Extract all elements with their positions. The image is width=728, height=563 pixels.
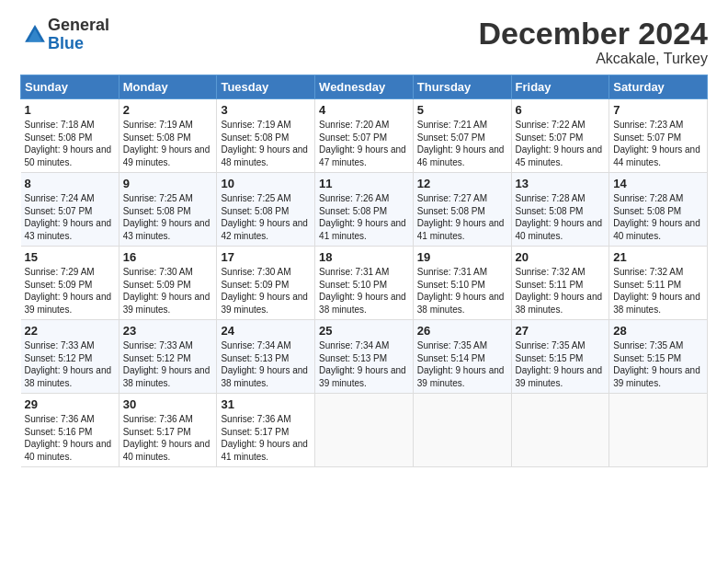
cell-content: Sunrise: 7:24 AMSunset: 5:07 PMDaylight:… (25, 192, 115, 242)
title-block: December 2024 Akcakale, Turkey (478, 17, 708, 67)
logo: General Blue (20, 17, 109, 53)
cell-content: Sunrise: 7:36 AMSunset: 5:17 PMDaylight:… (123, 413, 213, 463)
day-number: 30 (123, 397, 213, 411)
calendar-day-cell: 27Sunrise: 7:35 AMSunset: 5:15 PMDayligh… (511, 320, 609, 394)
day-number: 24 (221, 324, 311, 338)
calendar-day-cell: 10Sunrise: 7:25 AMSunset: 5:08 PMDayligh… (217, 173, 315, 247)
calendar-day-cell: 16Sunrise: 7:30 AMSunset: 5:09 PMDayligh… (119, 247, 217, 320)
calendar-day-cell: 1Sunrise: 7:18 AMSunset: 5:08 PMDaylight… (21, 99, 119, 173)
header-day: Thursday (413, 75, 511, 99)
day-number: 7 (613, 103, 703, 117)
day-number: 6 (516, 103, 606, 117)
page: General Blue December 2024 Akcakale, Tur… (0, 0, 728, 477)
cell-content: Sunrise: 7:27 AMSunset: 5:08 PMDaylight:… (417, 192, 507, 242)
calendar-empty-cell (315, 394, 414, 467)
logo-blue: Blue (48, 34, 84, 52)
calendar-day-cell: 8Sunrise: 7:24 AMSunset: 5:07 PMDaylight… (21, 173, 119, 247)
calendar-day-cell: 20Sunrise: 7:32 AMSunset: 5:11 PMDayligh… (511, 247, 609, 320)
cell-content: Sunrise: 7:21 AMSunset: 5:07 PMDaylight:… (417, 119, 507, 168)
cell-content: Sunrise: 7:20 AMSunset: 5:07 PMDaylight:… (319, 119, 409, 168)
calendar-day-cell: 21Sunrise: 7:32 AMSunset: 5:11 PMDayligh… (609, 247, 708, 320)
calendar-day-cell: 14Sunrise: 7:28 AMSunset: 5:08 PMDayligh… (609, 173, 708, 247)
cell-content: Sunrise: 7:35 AMSunset: 5:15 PMDaylight:… (516, 339, 606, 389)
calendar-day-cell: 7Sunrise: 7:23 AMSunset: 5:07 PMDaylight… (609, 99, 708, 173)
cell-content: Sunrise: 7:33 AMSunset: 5:12 PMDaylight:… (123, 339, 213, 389)
calendar-day-cell: 5Sunrise: 7:21 AMSunset: 5:07 PMDaylight… (413, 99, 511, 173)
calendar-day-cell: 18Sunrise: 7:31 AMSunset: 5:10 PMDayligh… (315, 247, 414, 320)
day-number: 26 (417, 324, 507, 338)
day-number: 15 (25, 250, 115, 264)
day-number: 27 (516, 324, 606, 338)
day-number: 2 (123, 103, 213, 117)
header-day: Sunday (21, 75, 119, 99)
cell-content: Sunrise: 7:25 AMSunset: 5:08 PMDaylight:… (123, 192, 213, 242)
header-day: Monday (119, 75, 217, 99)
day-number: 31 (221, 397, 311, 411)
cell-content: Sunrise: 7:31 AMSunset: 5:10 PMDaylight:… (417, 266, 507, 316)
cell-content: Sunrise: 7:31 AMSunset: 5:10 PMDaylight:… (319, 266, 409, 316)
day-number: 4 (319, 103, 409, 117)
calendar-day-cell: 19Sunrise: 7:31 AMSunset: 5:10 PMDayligh… (413, 247, 511, 320)
calendar-week-row: 29Sunrise: 7:36 AMSunset: 5:16 PMDayligh… (21, 394, 708, 467)
cell-content: Sunrise: 7:36 AMSunset: 5:16 PMDaylight:… (25, 413, 115, 463)
calendar-day-cell: 3Sunrise: 7:19 AMSunset: 5:08 PMDaylight… (217, 99, 315, 173)
calendar-day-cell: 17Sunrise: 7:30 AMSunset: 5:09 PMDayligh… (217, 247, 315, 320)
calendar-day-cell: 15Sunrise: 7:29 AMSunset: 5:09 PMDayligh… (21, 247, 119, 320)
header-day: Saturday (609, 75, 708, 99)
header-day: Friday (511, 75, 609, 99)
cell-content: Sunrise: 7:18 AMSunset: 5:08 PMDaylight:… (25, 119, 115, 168)
cell-content: Sunrise: 7:28 AMSunset: 5:08 PMDaylight:… (516, 192, 606, 242)
cell-content: Sunrise: 7:35 AMSunset: 5:15 PMDaylight:… (613, 339, 703, 389)
day-number: 14 (613, 177, 703, 190)
logo-text: General Blue (48, 17, 109, 53)
day-number: 5 (417, 103, 507, 117)
day-number: 28 (613, 324, 703, 338)
cell-content: Sunrise: 7:36 AMSunset: 5:17 PMDaylight:… (221, 413, 311, 463)
day-number: 21 (613, 250, 703, 264)
cell-content: Sunrise: 7:22 AMSunset: 5:07 PMDaylight:… (516, 119, 606, 168)
calendar-day-cell: 4Sunrise: 7:20 AMSunset: 5:07 PMDaylight… (315, 99, 414, 173)
calendar-day-cell: 25Sunrise: 7:34 AMSunset: 5:13 PMDayligh… (315, 320, 414, 394)
day-number: 8 (25, 177, 115, 190)
cell-content: Sunrise: 7:34 AMSunset: 5:13 PMDaylight:… (221, 339, 311, 389)
cell-content: Sunrise: 7:30 AMSunset: 5:09 PMDaylight:… (123, 266, 213, 316)
calendar-day-cell: 26Sunrise: 7:35 AMSunset: 5:14 PMDayligh… (413, 320, 511, 394)
calendar-week-row: 8Sunrise: 7:24 AMSunset: 5:07 PMDaylight… (21, 173, 708, 247)
calendar-day-cell: 23Sunrise: 7:33 AMSunset: 5:12 PMDayligh… (119, 320, 217, 394)
cell-content: Sunrise: 7:30 AMSunset: 5:09 PMDaylight:… (221, 266, 311, 316)
cell-content: Sunrise: 7:19 AMSunset: 5:08 PMDaylight:… (221, 119, 311, 168)
day-number: 10 (221, 177, 311, 190)
calendar-day-cell: 30Sunrise: 7:36 AMSunset: 5:17 PMDayligh… (119, 394, 217, 467)
day-number: 29 (25, 397, 115, 411)
location: Akcakale, Turkey (478, 51, 708, 67)
day-number: 25 (319, 324, 409, 338)
day-number: 19 (417, 250, 507, 264)
cell-content: Sunrise: 7:19 AMSunset: 5:08 PMDaylight:… (123, 119, 213, 168)
calendar-empty-cell (511, 394, 609, 467)
day-number: 9 (123, 177, 213, 190)
calendar-table: SundayMondayTuesdayWednesdayThursdayFrid… (20, 75, 708, 467)
logo-general: General (48, 16, 109, 34)
day-number: 11 (319, 177, 409, 190)
cell-content: Sunrise: 7:32 AMSunset: 5:11 PMDaylight:… (516, 266, 606, 316)
calendar-empty-cell (413, 394, 511, 467)
header-row: General Blue December 2024 Akcakale, Tur… (20, 17, 708, 67)
calendar-day-cell: 28Sunrise: 7:35 AMSunset: 5:15 PMDayligh… (609, 320, 708, 394)
cell-content: Sunrise: 7:26 AMSunset: 5:08 PMDaylight:… (319, 192, 409, 242)
calendar-week-row: 1Sunrise: 7:18 AMSunset: 5:08 PMDaylight… (21, 99, 708, 173)
cell-content: Sunrise: 7:29 AMSunset: 5:09 PMDaylight:… (25, 266, 115, 316)
calendar-day-cell: 31Sunrise: 7:36 AMSunset: 5:17 PMDayligh… (217, 394, 315, 467)
calendar-day-cell: 12Sunrise: 7:27 AMSunset: 5:08 PMDayligh… (413, 173, 511, 247)
day-number: 16 (123, 250, 213, 264)
calendar-day-cell: 2Sunrise: 7:19 AMSunset: 5:08 PMDaylight… (119, 99, 217, 173)
day-number: 1 (25, 103, 115, 117)
calendar-week-row: 22Sunrise: 7:33 AMSunset: 5:12 PMDayligh… (21, 320, 708, 394)
day-number: 12 (417, 177, 507, 190)
day-number: 18 (319, 250, 409, 264)
calendar-empty-cell (609, 394, 708, 467)
cell-content: Sunrise: 7:23 AMSunset: 5:07 PMDaylight:… (613, 119, 703, 168)
calendar-day-cell: 24Sunrise: 7:34 AMSunset: 5:13 PMDayligh… (217, 320, 315, 394)
calendar-day-cell: 11Sunrise: 7:26 AMSunset: 5:08 PMDayligh… (315, 173, 414, 247)
header-day: Wednesday (315, 75, 414, 99)
month-title: December 2024 (478, 17, 708, 51)
